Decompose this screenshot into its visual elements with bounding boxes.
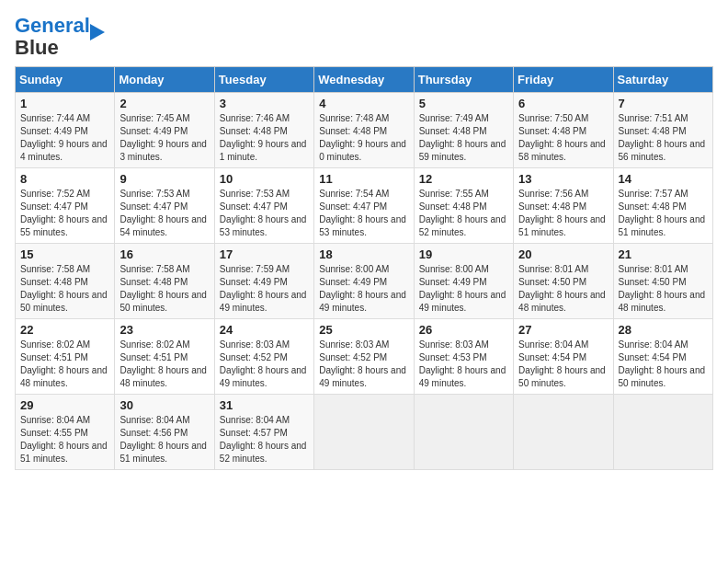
weekday-header-wednesday: Wednesday: [314, 67, 414, 93]
day-number: 16: [119, 247, 209, 261]
weekday-header-sunday: Sunday: [16, 67, 115, 93]
day-number: 23: [119, 323, 209, 337]
calendar-day-cell: 17Sunrise: 7:59 AMSunset: 4:49 PMDayligh…: [214, 244, 313, 319]
day-detail: Sunrise: 8:03 AMSunset: 4:52 PMDaylight:…: [220, 339, 309, 390]
day-detail: Sunrise: 7:46 AMSunset: 4:48 PMDaylight:…: [220, 112, 309, 164]
calendar-day-cell: 11Sunrise: 7:54 AMSunset: 4:47 PMDayligh…: [314, 168, 414, 244]
day-detail: Sunrise: 8:01 AMSunset: 4:50 PMDaylight:…: [518, 263, 608, 315]
calendar-day-cell: [514, 395, 613, 470]
day-number: 25: [319, 323, 408, 337]
calendar-day-cell: 23Sunrise: 8:02 AMSunset: 4:51 PMDayligh…: [115, 319, 214, 395]
calendar-day-cell: 14Sunrise: 7:57 AMSunset: 4:48 PMDayligh…: [613, 168, 712, 244]
calendar-day-cell: 24Sunrise: 8:03 AMSunset: 4:52 PMDayligh…: [214, 319, 313, 395]
day-number: 27: [518, 323, 608, 337]
calendar-day-cell: 30Sunrise: 8:04 AMSunset: 4:56 PMDayligh…: [115, 395, 214, 470]
calendar-week-row: 8Sunrise: 7:52 AMSunset: 4:47 PMDaylight…: [16, 168, 713, 244]
day-detail: Sunrise: 8:04 AMSunset: 4:55 PMDaylight:…: [20, 414, 109, 465]
day-detail: Sunrise: 7:52 AMSunset: 4:47 PMDaylight:…: [20, 188, 109, 239]
day-detail: Sunrise: 7:51 AMSunset: 4:48 PMDaylight:…: [619, 112, 708, 164]
day-number: 22: [20, 323, 109, 337]
calendar-day-cell: [414, 395, 513, 470]
day-detail: Sunrise: 8:02 AMSunset: 4:51 PMDaylight:…: [119, 339, 209, 390]
day-number: 31: [220, 398, 309, 412]
calendar-day-cell: 2Sunrise: 7:45 AMSunset: 4:49 PMDaylight…: [115, 93, 214, 168]
calendar-day-cell: 16Sunrise: 7:58 AMSunset: 4:48 PMDayligh…: [115, 244, 214, 319]
day-detail: Sunrise: 8:02 AMSunset: 4:51 PMDaylight:…: [20, 339, 109, 390]
day-detail: Sunrise: 7:49 AMSunset: 4:48 PMDaylight:…: [419, 112, 508, 164]
calendar-day-cell: 15Sunrise: 7:58 AMSunset: 4:48 PMDayligh…: [16, 244, 115, 319]
calendar-day-cell: 21Sunrise: 8:01 AMSunset: 4:50 PMDayligh…: [613, 244, 712, 319]
day-number: 10: [220, 172, 309, 186]
day-detail: Sunrise: 7:48 AMSunset: 4:48 PMDaylight:…: [319, 112, 408, 164]
day-detail: Sunrise: 8:03 AMSunset: 4:52 PMDaylight:…: [319, 339, 408, 390]
weekday-header-monday: Monday: [115, 67, 214, 93]
day-number: 4: [319, 97, 408, 110]
day-number: 9: [119, 172, 209, 186]
day-number: 30: [119, 398, 209, 412]
calendar-day-cell: 12Sunrise: 7:55 AMSunset: 4:48 PMDayligh…: [414, 168, 513, 244]
calendar-day-cell: 7Sunrise: 7:51 AMSunset: 4:48 PMDaylight…: [613, 93, 712, 168]
day-number: 3: [220, 97, 309, 110]
logo: GeneralBlue: [15, 15, 107, 59]
day-detail: Sunrise: 7:58 AMSunset: 4:48 PMDaylight:…: [119, 263, 209, 315]
day-number: 14: [619, 172, 708, 186]
day-detail: Sunrise: 8:04 AMSunset: 4:54 PMDaylight:…: [518, 339, 608, 390]
calendar-day-cell: 3Sunrise: 7:46 AMSunset: 4:48 PMDaylight…: [214, 93, 313, 168]
day-detail: Sunrise: 7:54 AMSunset: 4:47 PMDaylight:…: [319, 188, 408, 239]
day-detail: Sunrise: 8:00 AMSunset: 4:49 PMDaylight:…: [419, 263, 508, 315]
calendar-day-cell: 20Sunrise: 8:01 AMSunset: 4:50 PMDayligh…: [514, 244, 613, 319]
day-detail: Sunrise: 7:57 AMSunset: 4:48 PMDaylight:…: [619, 188, 708, 239]
weekday-header-saturday: Saturday: [613, 67, 712, 93]
day-detail: Sunrise: 7:59 AMSunset: 4:49 PMDaylight:…: [220, 263, 309, 315]
day-number: 1: [20, 97, 109, 110]
calendar-day-cell: 8Sunrise: 7:52 AMSunset: 4:47 PMDaylight…: [16, 168, 115, 244]
day-number: 28: [619, 323, 708, 337]
calendar-day-cell: 1Sunrise: 7:44 AMSunset: 4:49 PMDaylight…: [16, 93, 115, 168]
day-detail: Sunrise: 7:50 AMSunset: 4:48 PMDaylight:…: [518, 112, 608, 164]
calendar-week-row: 15Sunrise: 7:58 AMSunset: 4:48 PMDayligh…: [16, 244, 713, 319]
day-detail: Sunrise: 8:00 AMSunset: 4:49 PMDaylight:…: [319, 263, 408, 315]
weekday-header-tuesday: Tuesday: [214, 67, 313, 93]
calendar-week-row: 22Sunrise: 8:02 AMSunset: 4:51 PMDayligh…: [16, 319, 713, 395]
calendar-week-row: 1Sunrise: 7:44 AMSunset: 4:49 PMDaylight…: [16, 93, 713, 168]
weekday-header-row: SundayMondayTuesdayWednesdayThursdayFrid…: [16, 67, 713, 93]
day-detail: Sunrise: 7:55 AMSunset: 4:48 PMDaylight:…: [419, 188, 508, 239]
day-number: 21: [619, 247, 708, 261]
calendar-day-cell: 29Sunrise: 8:04 AMSunset: 4:55 PMDayligh…: [16, 395, 115, 470]
day-detail: Sunrise: 7:45 AMSunset: 4:49 PMDaylight:…: [119, 112, 209, 164]
day-number: 15: [20, 247, 109, 261]
day-number: 2: [119, 97, 209, 110]
calendar-day-cell: 9Sunrise: 7:53 AMSunset: 4:47 PMDaylight…: [115, 168, 214, 244]
calendar-day-cell: 19Sunrise: 8:00 AMSunset: 4:49 PMDayligh…: [414, 244, 513, 319]
calendar-day-cell: 4Sunrise: 7:48 AMSunset: 4:48 PMDaylight…: [314, 93, 414, 168]
day-detail: Sunrise: 8:03 AMSunset: 4:53 PMDaylight:…: [419, 339, 508, 390]
day-detail: Sunrise: 7:56 AMSunset: 4:48 PMDaylight:…: [518, 188, 608, 239]
day-detail: Sunrise: 7:58 AMSunset: 4:48 PMDaylight:…: [20, 263, 109, 315]
day-detail: Sunrise: 8:04 AMSunset: 4:56 PMDaylight:…: [119, 414, 209, 465]
day-number: 29: [20, 398, 109, 412]
weekday-header-friday: Friday: [514, 67, 613, 93]
day-number: 13: [518, 172, 608, 186]
day-number: 17: [220, 247, 309, 261]
day-number: 20: [518, 247, 608, 261]
calendar-day-cell: 10Sunrise: 7:53 AMSunset: 4:47 PMDayligh…: [214, 168, 313, 244]
day-number: 8: [20, 172, 109, 186]
calendar-day-cell: [613, 395, 712, 470]
calendar-week-row: 29Sunrise: 8:04 AMSunset: 4:55 PMDayligh…: [16, 395, 713, 470]
calendar-day-cell: [314, 395, 414, 470]
day-number: 7: [619, 97, 708, 110]
calendar-day-cell: 6Sunrise: 7:50 AMSunset: 4:48 PMDaylight…: [514, 93, 613, 168]
day-detail: Sunrise: 7:53 AMSunset: 4:47 PMDaylight:…: [220, 188, 309, 239]
day-number: 19: [419, 247, 508, 261]
day-detail: Sunrise: 7:44 AMSunset: 4:49 PMDaylight:…: [20, 112, 109, 164]
calendar-table: SundayMondayTuesdayWednesdayThursdayFrid…: [15, 66, 713, 470]
logo-arrow-icon: [86, 22, 107, 42]
calendar-day-cell: 28Sunrise: 8:04 AMSunset: 4:54 PMDayligh…: [613, 319, 712, 395]
page-header: GeneralBlue: [15, 15, 713, 59]
day-detail: Sunrise: 8:04 AMSunset: 4:57 PMDaylight:…: [220, 414, 309, 465]
day-number: 24: [220, 323, 309, 337]
calendar-day-cell: 27Sunrise: 8:04 AMSunset: 4:54 PMDayligh…: [514, 319, 613, 395]
day-number: 18: [319, 247, 408, 261]
calendar-day-cell: 22Sunrise: 8:02 AMSunset: 4:51 PMDayligh…: [16, 319, 115, 395]
day-detail: Sunrise: 8:01 AMSunset: 4:50 PMDaylight:…: [619, 263, 708, 315]
